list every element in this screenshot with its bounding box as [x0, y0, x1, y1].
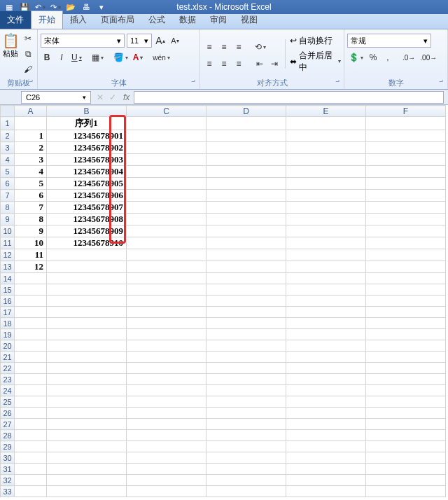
cell-E7[interactable] — [286, 190, 366, 202]
cell-F1[interactable] — [366, 117, 446, 130]
row-header-2[interactable]: 2 — [1, 130, 15, 142]
cell-D4[interactable] — [206, 154, 286, 166]
cell-C13[interactable] — [127, 261, 206, 273]
cell-F22[interactable] — [366, 363, 446, 374]
cell-F5[interactable] — [366, 166, 446, 178]
cell-B21[interactable] — [47, 352, 127, 363]
phonetic-button[interactable]: wén — [151, 50, 171, 64]
cell-D3[interactable] — [206, 142, 286, 154]
row-header-23[interactable]: 23 — [1, 374, 15, 385]
cell-E21[interactable] — [286, 352, 366, 363]
formula-bar[interactable] — [134, 91, 444, 104]
cell-C11[interactable] — [127, 237, 206, 249]
decrease-indent-icon[interactable]: ⇤ — [253, 57, 266, 71]
cell-A26[interactable] — [15, 408, 47, 419]
grid[interactable]: ABCDEF1序列1211234567890132123456789024312… — [0, 105, 446, 497]
cell-B1[interactable]: 序列1 — [47, 117, 127, 130]
cell-B20[interactable] — [47, 340, 127, 352]
number-format-select[interactable]: 常规▾ — [347, 34, 431, 48]
cell-C14[interactable] — [127, 273, 206, 284]
cut-icon[interactable]: ✂ — [22, 32, 34, 46]
cell-E11[interactable] — [286, 237, 366, 249]
tab-home[interactable]: 开始 — [31, 11, 63, 29]
cell-B22[interactable] — [47, 363, 127, 374]
name-box[interactable]: C26▾ — [21, 91, 91, 104]
cell-D24[interactable] — [206, 385, 286, 396]
font-color-button[interactable]: A — [132, 50, 145, 64]
cell-E27[interactable] — [286, 419, 366, 430]
cell-A5[interactable]: 4 — [15, 166, 47, 178]
file-tab[interactable]: 文件 — [0, 11, 31, 29]
row-header-5[interactable]: 5 — [1, 166, 15, 178]
cell-C28[interactable] — [127, 430, 206, 441]
cell-A27[interactable] — [15, 419, 47, 430]
cell-D15[interactable] — [206, 284, 286, 296]
cell-B31[interactable] — [47, 464, 127, 475]
cell-E8[interactable] — [286, 202, 366, 214]
cell-F31[interactable] — [366, 464, 446, 475]
cell-D32[interactable] — [206, 475, 286, 486]
cell-D6[interactable] — [206, 178, 286, 190]
cell-B27[interactable] — [47, 419, 127, 430]
cell-F29[interactable] — [366, 441, 446, 452]
cell-A7[interactable]: 6 — [15, 190, 47, 202]
row-header-21[interactable]: 21 — [1, 352, 15, 363]
cell-C12[interactable] — [127, 249, 206, 261]
col-header-A[interactable]: A — [15, 106, 47, 117]
cell-A28[interactable] — [15, 430, 47, 441]
cell-C1[interactable] — [127, 117, 206, 130]
cell-A9[interactable]: 8 — [15, 214, 47, 225]
cell-D26[interactable] — [206, 408, 286, 419]
cell-D20[interactable] — [206, 340, 286, 352]
cell-B25[interactable] — [47, 396, 127, 408]
cell-F20[interactable] — [366, 340, 446, 352]
cell-B6[interactable]: 12345678905 — [47, 178, 127, 190]
cell-E14[interactable] — [286, 273, 366, 284]
cell-A12[interactable]: 11 — [15, 249, 47, 261]
worksheet[interactable]: ABCDEF1序列1211234567890132123456789024312… — [0, 105, 448, 497]
cell-A14[interactable] — [15, 273, 47, 284]
cell-F14[interactable] — [366, 273, 446, 284]
cell-A32[interactable] — [15, 475, 47, 486]
cell-C22[interactable] — [127, 363, 206, 374]
cell-E6[interactable] — [286, 178, 366, 190]
col-header-F[interactable]: F — [366, 106, 446, 117]
cell-B9[interactable]: 12345678908 — [47, 214, 127, 225]
cell-C7[interactable] — [127, 190, 206, 202]
align-center-icon[interactable]: ≡ — [218, 57, 230, 71]
cell-E33[interactable] — [286, 486, 366, 497]
cell-E15[interactable] — [286, 284, 366, 296]
italic-button[interactable]: I — [55, 50, 68, 64]
cell-B7[interactable]: 12345678906 — [47, 190, 127, 202]
cell-B19[interactable] — [47, 329, 127, 340]
cell-C9[interactable] — [127, 214, 206, 225]
cell-C26[interactable] — [127, 408, 206, 419]
increase-decimal-icon[interactable]: .0→ — [401, 50, 416, 64]
cell-B14[interactable] — [47, 273, 127, 284]
cell-F30[interactable] — [366, 452, 446, 464]
cell-A18[interactable] — [15, 318, 47, 329]
row-header-1[interactable]: 1 — [1, 117, 15, 130]
cell-B13[interactable] — [47, 261, 127, 273]
cell-A1[interactable] — [15, 117, 47, 130]
cell-E2[interactable] — [286, 130, 366, 142]
cell-F2[interactable] — [366, 130, 446, 142]
cell-F24[interactable] — [366, 385, 446, 396]
orientation-icon[interactable]: ⟲ — [253, 40, 267, 54]
cell-A6[interactable]: 5 — [15, 178, 47, 190]
row-header-8[interactable]: 8 — [1, 202, 15, 214]
cell-F15[interactable] — [366, 284, 446, 296]
cell-A15[interactable] — [15, 284, 47, 296]
cell-F4[interactable] — [366, 154, 446, 166]
row-header-3[interactable]: 3 — [1, 142, 15, 154]
cell-D30[interactable] — [206, 452, 286, 464]
cell-C6[interactable] — [127, 178, 206, 190]
cell-E5[interactable] — [286, 166, 366, 178]
cell-D11[interactable] — [206, 237, 286, 249]
cell-F28[interactable] — [366, 430, 446, 441]
tab-review[interactable]: 审阅 — [203, 11, 234, 29]
row-header-18[interactable]: 18 — [1, 318, 15, 329]
cell-C23[interactable] — [127, 374, 206, 385]
font-size-select[interactable]: 11▾ — [127, 34, 152, 48]
align-middle-icon[interactable]: ≡ — [218, 40, 230, 54]
